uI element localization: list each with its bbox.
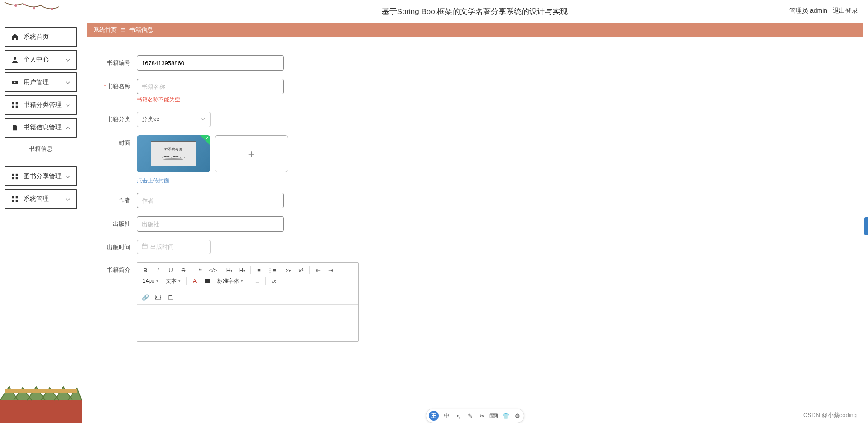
underline-button[interactable]: U bbox=[166, 266, 175, 275]
nav-home[interactable]: 系统首页 bbox=[5, 27, 77, 47]
svg-rect-17 bbox=[12, 200, 14, 202]
nav-share[interactable]: 图书分享管理 bbox=[5, 166, 77, 186]
nav-sub-bookinfo[interactable]: 书籍信息 bbox=[5, 140, 77, 157]
ime-badge-icon[interactable]: 王 bbox=[429, 411, 439, 421]
label-book-name: *书籍名称 bbox=[91, 79, 137, 90]
home-icon bbox=[11, 33, 19, 41]
ime-cn-icon[interactable]: 中 bbox=[443, 412, 451, 419]
label-category: 书籍分类 bbox=[91, 112, 137, 124]
font-family-select[interactable]: 标准字体▾ bbox=[216, 277, 245, 285]
ul-button[interactable]: ⋮≡ bbox=[267, 266, 276, 275]
clear-format-button[interactable]: Ix bbox=[269, 276, 278, 285]
label-publisher: 出版社 bbox=[91, 216, 137, 228]
rich-editor: B I U S ❝ </> H₁ H₂ ≡ ⋮≡ bbox=[137, 262, 359, 342]
editor-body[interactable] bbox=[137, 305, 358, 341]
nav-bookinfo[interactable]: 书籍信息管理 bbox=[5, 118, 77, 138]
svg-rect-20 bbox=[5, 389, 77, 393]
svg-rect-27 bbox=[155, 295, 161, 299]
date-placeholder: 出版时间 bbox=[150, 243, 174, 251]
input-publisher[interactable] bbox=[137, 216, 284, 232]
align-button[interactable]: ≡ bbox=[253, 276, 262, 285]
svg-rect-29 bbox=[169, 295, 172, 296]
svg-rect-9 bbox=[12, 106, 14, 108]
nav-label: 书籍信息管理 bbox=[24, 124, 65, 132]
svg-rect-13 bbox=[12, 177, 14, 179]
label-summary: 书籍简介 bbox=[91, 262, 137, 274]
plus-icon: + bbox=[248, 147, 254, 161]
italic-button[interactable]: I bbox=[153, 266, 163, 275]
input-pubdate[interactable]: 出版时间 bbox=[137, 240, 211, 254]
label-author: 作者 bbox=[91, 193, 137, 204]
code-button[interactable]: </> bbox=[208, 266, 217, 275]
svg-point-2 bbox=[51, 8, 53, 10]
nav-category[interactable]: 书籍分类管理 bbox=[5, 95, 77, 115]
bg-color-button[interactable] bbox=[203, 276, 212, 285]
decorative-branch bbox=[0, 0, 82, 27]
ime-gear-icon[interactable]: ⚙ bbox=[514, 412, 521, 419]
form: 书籍编号 *书籍名称 书籍名称不能为空 书籍分类 分类xx bbox=[87, 37, 863, 354]
ime-shirt-icon[interactable]: 👕 bbox=[502, 412, 509, 419]
input-author[interactable] bbox=[137, 193, 284, 208]
font-size-select[interactable]: 14px▾ bbox=[141, 278, 160, 284]
ime-keyboard-icon[interactable]: ⌨ bbox=[490, 412, 498, 419]
h2-button[interactable]: H₂ bbox=[238, 266, 247, 275]
strike-button[interactable]: S bbox=[179, 266, 188, 275]
scroll-indicator[interactable] bbox=[864, 217, 868, 235]
calendar-icon bbox=[142, 243, 148, 251]
outdent-button[interactable]: ⇥ bbox=[326, 266, 335, 275]
grid-icon bbox=[11, 101, 19, 109]
chevron-down-icon bbox=[65, 102, 71, 108]
ime-pen-icon[interactable]: ✎ bbox=[467, 412, 474, 419]
nav-users[interactable]: 用户管理 bbox=[5, 72, 77, 92]
quote-button[interactable]: ❝ bbox=[196, 266, 205, 275]
svg-rect-7 bbox=[12, 102, 14, 104]
chevron-down-icon bbox=[65, 174, 71, 179]
svg-point-3 bbox=[24, 4, 26, 5]
font-color-button[interactable]: A bbox=[190, 276, 199, 285]
chevron-down-icon bbox=[200, 116, 206, 123]
svg-rect-22 bbox=[142, 244, 147, 249]
sub-button[interactable]: x₂ bbox=[284, 266, 293, 275]
breadcrumb-sep-icon: ☰ bbox=[120, 27, 126, 33]
nav-label: 系统管理 bbox=[24, 195, 65, 203]
decorative-building bbox=[0, 355, 82, 423]
select-value: 分类xx bbox=[142, 115, 159, 124]
input-book-name[interactable] bbox=[137, 79, 284, 94]
link-button[interactable]: 🔗 bbox=[141, 293, 150, 302]
indent-button[interactable]: ⇤ bbox=[313, 266, 322, 275]
svg-rect-18 bbox=[16, 200, 18, 202]
select-category[interactable]: 分类xx bbox=[137, 112, 211, 127]
label-cover: 封面 bbox=[91, 135, 137, 147]
svg-rect-14 bbox=[16, 177, 18, 179]
svg-point-6 bbox=[14, 82, 16, 83]
sidebar: 系统首页 个人中心 用户管理 书籍分类管理 书籍信息管理 书籍信息 图书分享管理 bbox=[0, 0, 82, 423]
ol-button[interactable]: ≡ bbox=[254, 266, 264, 275]
h1-button[interactable]: H₁ bbox=[225, 266, 234, 275]
svg-point-21 bbox=[163, 158, 183, 160]
main-content: 基于Spring Boot框架的文学名著分享系统的设计与实现 管理员 admin… bbox=[82, 0, 868, 423]
breadcrumb-home[interactable]: 系统首页 bbox=[93, 26, 117, 34]
grid-icon bbox=[11, 172, 19, 181]
nav-label: 图书分享管理 bbox=[24, 172, 65, 181]
ime-scissor-icon[interactable]: ✂ bbox=[479, 412, 486, 419]
svg-point-1 bbox=[33, 7, 35, 10]
cover-preview[interactable]: 神圣的夜晚 ✓ bbox=[137, 135, 210, 172]
watermark: CSDN @小蔡coding bbox=[803, 411, 857, 419]
svg-point-0 bbox=[14, 4, 17, 7]
bold-button[interactable]: B bbox=[141, 266, 150, 275]
sup-button[interactable]: x² bbox=[297, 266, 306, 275]
image-button[interactable] bbox=[153, 293, 163, 302]
nav-label: 用户管理 bbox=[24, 78, 65, 86]
nav-system[interactable]: 系统管理 bbox=[5, 189, 77, 209]
save-button[interactable] bbox=[166, 293, 175, 302]
header: 基于Spring Boot框架的文学名著分享系统的设计与实现 管理员 admin… bbox=[87, 0, 863, 23]
svg-rect-8 bbox=[16, 102, 18, 104]
upload-cover-button[interactable]: + bbox=[215, 135, 288, 172]
format-select[interactable]: 文本▾ bbox=[164, 277, 182, 285]
file-icon bbox=[11, 124, 19, 132]
chevron-down-icon bbox=[65, 80, 71, 85]
input-book-id[interactable] bbox=[137, 55, 284, 71]
logout-link[interactable]: 退出登录 bbox=[833, 7, 858, 14]
nav-personal[interactable]: 个人中心 bbox=[5, 50, 77, 70]
ime-punct-icon[interactable]: •, bbox=[455, 412, 462, 419]
